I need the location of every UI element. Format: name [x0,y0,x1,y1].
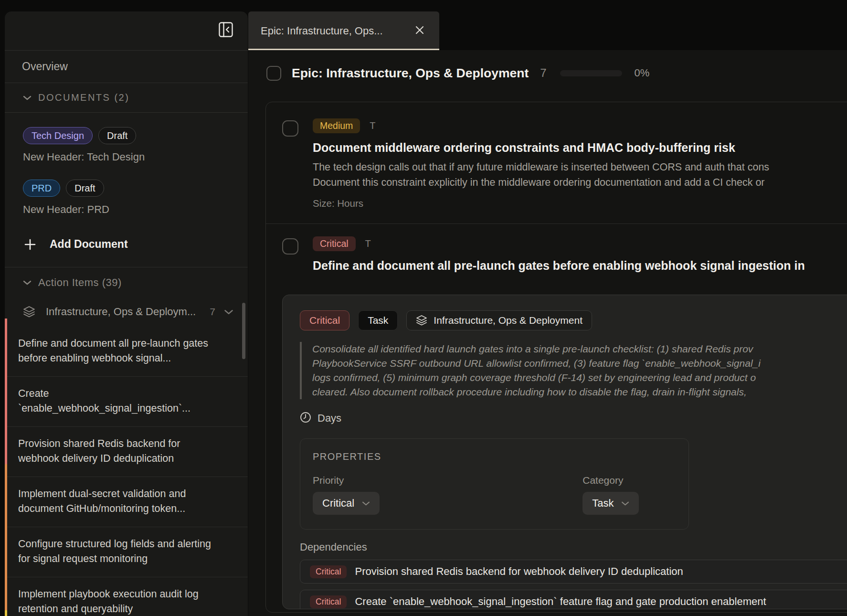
task-description-line: Document this constraint explicitly in t… [313,175,769,190]
dependency-title: Provision shared Redis backend for webho… [355,565,683,578]
tab-title: Epic: Infrastructure, Ops... [261,25,383,37]
action-items-section-label: Action Items (39) [38,276,122,289]
task-description-line: The tech design calls out that if any fu… [313,159,769,175]
properties-header: PROPERTIES [313,451,676,462]
category-dropdown[interactable]: Task [582,492,639,515]
action-item[interactable]: Provision shared Redis backend for webho… [5,427,248,477]
action-item-title: Implement dual-secret validation and doc… [18,487,214,516]
task-list: Medium T Document middleware ordering co… [265,102,847,613]
epic-header: Epic: Infrastructure, Ops & Deployment 7… [266,63,847,84]
priority-strip-medium [5,610,7,616]
layers-icon [23,306,35,318]
dependency-priority-badge: Critical [310,565,347,578]
task-title[interactable]: Define and document all pre-launch gates… [313,259,805,273]
doc-status-badge: Draft [66,180,104,197]
doc-status-badge: Draft [98,127,136,144]
app-window: Overview DOCUMENTS (2) Tech Design Draft… [0,0,847,616]
main-content: Epic: Infrastructure, Ops & Deployment 7… [248,50,847,616]
task-description-quote: Consolidate all identified hard launch g… [300,342,847,399]
action-item[interactable]: Configure structured log fields and aler… [5,527,248,577]
doc-type-badge: Tech Design [23,127,93,144]
document-item[interactable]: Tech Design Draft New Header: Tech Desig… [23,127,231,163]
plus-icon [24,238,36,251]
priority-badge: Medium [313,118,360,133]
detail-epic-badge-label: Infrastructure, Ops & Deployment [434,315,582,326]
sidebar-header [5,11,248,51]
collapse-sidebar-icon [219,22,233,39]
epic-progress-bar [560,70,622,76]
task-checkbox[interactable] [282,120,298,137]
dependency-item[interactable]: Critical Create `enable_webhook_signal_i… [300,590,847,609]
add-document-button[interactable]: Add Document [23,232,231,264]
epic-progress-percent: 0% [635,67,650,79]
task-detail-panel: Critical Task Infrastructure, Ops & Depl… [282,295,847,609]
quote-line: cleared. Also document rollback procedur… [312,385,847,399]
dependency-priority-badge: Critical [310,595,347,608]
sidebar: Overview DOCUMENTS (2) Tech Design Draft… [5,11,248,616]
detail-priority-badge[interactable]: Critical [300,310,349,330]
clock-icon [300,412,311,425]
priority-property-label: Priority [313,475,380,486]
action-item-title: Provision shared Redis backend for webho… [18,436,214,466]
action-item[interactable]: Implement dual-secret validation and doc… [5,477,248,527]
detail-type-badge[interactable]: Task [358,310,398,330]
priority-strip-critical [5,319,7,464]
doc-title[interactable]: New Header: Tech Design [23,151,231,163]
action-items-section-header[interactable]: Action Items (39) [5,267,248,298]
task-checkbox[interactable] [282,238,298,255]
sidebar-scrollbar[interactable] [242,303,245,359]
task-type-letter: T [365,238,371,249]
add-document-label: Add Document [50,238,128,251]
chevron-down-icon[interactable] [224,309,233,315]
action-item[interactable]: Implement playbook execution audit log r… [5,577,248,616]
category-dropdown-value: Task [592,497,614,510]
priority-dropdown[interactable]: Critical [313,492,380,515]
epic-title: Epic: Infrastructure, Ops & Deployment [292,66,529,81]
detail-epic-badge[interactable]: Infrastructure, Ops & Deployment [406,310,592,330]
quote-line: PlaybookService SSRF outbound URL allowl… [312,356,847,371]
effort-label: Days [318,412,341,425]
chevron-down-icon [362,501,370,506]
properties-box: PROPERTIES Priority Critical [300,438,689,530]
task-title[interactable]: Document middleware ordering constraints… [313,141,769,155]
category-property-label: Category [582,475,639,486]
priority-dropdown-value: Critical [322,497,354,510]
action-item[interactable]: Create `enable_webhook_signal_ingestion`… [5,377,248,427]
chevron-down-icon [621,501,629,506]
priority-badge: Critical [313,236,356,251]
chevron-down-icon [23,280,32,286]
task-card[interactable]: Critical T Define and document all pre-l… [266,224,847,295]
dependencies-header: Dependencies [300,541,847,553]
doc-title[interactable]: New Header: PRD [23,203,231,216]
document-item[interactable]: PRD Draft New Header: PRD [23,180,231,216]
documents-section-header[interactable]: DOCUMENTS (2) [5,83,248,113]
collapse-sidebar-button[interactable] [218,23,233,38]
task-type-letter: T [370,120,375,131]
quote-line: logs confirmed, (5) minimum graph covera… [312,371,847,385]
action-item-title: Define and document all pre-launch gates… [18,336,214,366]
documents-list: Tech Design Draft New Header: Tech Desig… [5,113,248,267]
documents-section-label: DOCUMENTS (2) [38,92,129,103]
epic-group-count: 7 [210,306,215,318]
close-icon [414,25,425,37]
epic-group-label: Infrastructure, Ops & Deploym... [46,306,196,318]
priority-strip-high [5,464,7,610]
quote-line: Consolidate all identified hard launch g… [312,342,847,356]
action-item-title: Implement playbook execution audit log r… [18,587,214,616]
epic-checkbox[interactable] [266,66,281,81]
epic-task-count: 7 [540,66,546,80]
doc-type-badge: PRD [23,180,60,197]
sidebar-item-overview[interactable]: Overview [5,51,248,83]
action-item-title: Configure structured log fields and aler… [18,537,214,566]
epic-group-row[interactable]: Infrastructure, Ops & Deploym... 7 [5,298,248,327]
dependency-title: Create `enable_webhook_signal_ingestion`… [355,595,766,608]
layers-icon [416,315,427,326]
action-item[interactable]: Define and document all pre-launch gates… [5,327,248,377]
chevron-down-icon [23,95,32,101]
task-card[interactable]: Medium T Document middleware ordering co… [266,102,847,223]
action-item-title: Create `enable_webhook_signal_ingestion`… [18,386,214,416]
tab-epic[interactable]: Epic: Infrastructure, Ops... [248,11,439,50]
close-tab-button[interactable] [413,23,427,39]
dependency-item[interactable]: Critical Provision shared Redis backend … [300,560,847,584]
task-size: Size: Hours [313,198,769,209]
